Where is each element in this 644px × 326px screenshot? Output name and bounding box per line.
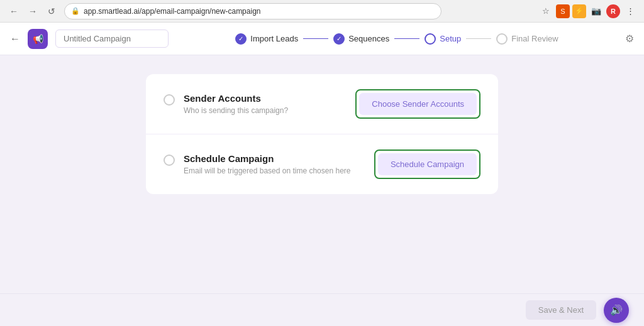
lightning-button[interactable]: ⚡	[572, 4, 586, 18]
campaign-name-input[interactable]	[55, 30, 169, 48]
progress-steps: ✓ Import Leads ✓ Sequences Setup Final R…	[176, 33, 618, 45]
forward-nav-button[interactable]: →	[25, 4, 40, 19]
sender-accounts-title: Sender Accounts	[184, 93, 288, 104]
extensions-button[interactable]: S	[556, 4, 570, 18]
capture-button[interactable]: 📷	[589, 4, 604, 19]
address-bar[interactable]: 🔒 app.smartlead.ai/app/email-campaign/ne…	[64, 3, 441, 19]
lock-icon: 🔒	[71, 7, 80, 15]
schedule-campaign-action-box: Schedule Campaign	[374, 149, 480, 179]
schedule-campaign-left: Schedule Campaign Email will be triggere…	[164, 153, 350, 175]
browser-nav: ← → ↺	[6, 4, 59, 19]
step-final-review[interactable]: Final Review	[496, 33, 558, 45]
step-circle-setup	[425, 33, 436, 45]
step-import-leads[interactable]: ✓ Import Leads	[235, 33, 298, 45]
more-options-button[interactable]: ⋮	[623, 4, 638, 19]
sender-accounts-desc: Who is sending this campaign?	[184, 106, 288, 115]
refresh-nav-button[interactable]: ↺	[44, 4, 59, 19]
setup-container: Sender Accounts Who is sending this camp…	[146, 74, 498, 194]
choose-sender-accounts-button[interactable]: Choose Sender Accounts	[359, 93, 477, 115]
step-circle-final-review	[496, 33, 508, 45]
step-label-setup: Setup	[440, 34, 461, 43]
connector-1	[303, 38, 328, 39]
schedule-campaign-section: Schedule Campaign Email will be triggere…	[146, 134, 498, 194]
connector-3	[466, 38, 491, 39]
sender-accounts-action-box: Choose Sender Accounts	[355, 89, 480, 119]
sender-accounts-section: Sender Accounts Who is sending this camp…	[146, 74, 498, 134]
schedule-campaign-desc: Email will be triggered based on time ch…	[184, 166, 350, 175]
step-circle-import-leads: ✓	[235, 33, 247, 45]
main-content: Sender Accounts Who is sending this camp…	[0, 55, 644, 326]
url-text: app.smartlead.ai/app/email-campaign/new-…	[84, 7, 260, 16]
chat-fab-icon: 🔊	[610, 304, 623, 316]
schedule-campaign-title: Schedule Campaign	[184, 153, 350, 164]
chat-fab-button[interactable]: 🔊	[604, 298, 629, 323]
schedule-campaign-button[interactable]: Schedule Campaign	[378, 153, 477, 175]
user-avatar-button[interactable]: R	[606, 4, 620, 18]
browser-chrome: ← → ↺ 🔒 app.smartlead.ai/app/email-campa…	[0, 0, 644, 23]
app-header: ← 📢 ✓ Import Leads ✓ Sequences Setup Fin…	[0, 23, 644, 55]
app-logo: 📢	[28, 29, 48, 49]
browser-actions: ☆ S ⚡ 📷 R ⋮	[538, 4, 638, 19]
step-setup[interactable]: Setup	[425, 33, 461, 45]
bottom-bar: Save & Next 🔊	[0, 293, 644, 326]
step-label-final-review: Final Review	[511, 34, 558, 43]
step-label-sequences: Sequences	[348, 34, 389, 43]
sender-accounts-radio[interactable]	[164, 94, 175, 106]
save-next-button[interactable]: Save & Next	[526, 300, 596, 320]
header-settings-button[interactable]: ⚙	[625, 33, 634, 45]
app-back-button[interactable]: ←	[10, 33, 20, 45]
back-nav-button[interactable]: ←	[6, 4, 21, 19]
bookmark-button[interactable]: ☆	[538, 4, 553, 19]
step-sequences[interactable]: ✓ Sequences	[333, 33, 389, 45]
schedule-campaign-radio[interactable]	[164, 155, 175, 166]
sender-accounts-left: Sender Accounts Who is sending this camp…	[164, 93, 288, 115]
sender-accounts-info: Sender Accounts Who is sending this camp…	[184, 93, 288, 115]
connector-2	[394, 38, 419, 39]
step-circle-sequences: ✓	[333, 33, 345, 45]
schedule-campaign-info: Schedule Campaign Email will be triggere…	[184, 153, 350, 175]
step-label-import-leads: Import Leads	[250, 34, 298, 43]
